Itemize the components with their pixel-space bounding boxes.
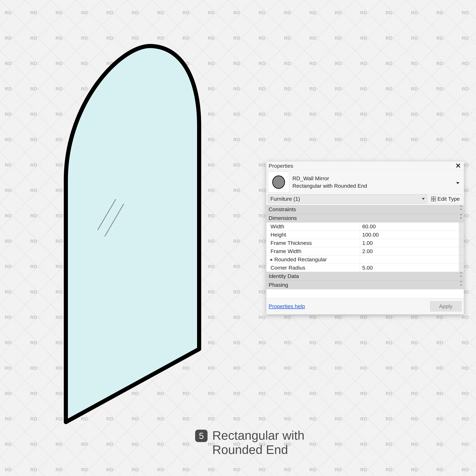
edit-type-button[interactable]: Edit Type xyxy=(429,194,462,204)
panel-spacer xyxy=(266,289,464,298)
caption-number-badge: 5 xyxy=(195,430,207,442)
svg-rect-9 xyxy=(431,199,433,201)
type-name: Rectangular with Rounded End xyxy=(292,183,367,189)
collapse-icon: ˇˇ xyxy=(460,206,461,213)
chevron-down-icon xyxy=(456,182,459,184)
group-phasing[interactable]: Phasing ˇˇ xyxy=(266,281,464,289)
svg-point-6 xyxy=(272,176,285,188)
group-dimensions[interactable]: Dimensions ˆˆ xyxy=(266,214,464,222)
category-select[interactable]: Furniture (1) xyxy=(268,194,427,204)
chevron-down-icon xyxy=(422,198,425,200)
panel-header[interactable]: Properties ✕ xyxy=(266,162,464,170)
caption: 5 Rectangular with Rounded End xyxy=(195,428,305,457)
param-rounded-rectangular[interactable]: Rounded Rectangular xyxy=(266,255,464,264)
group-constraints[interactable]: Constraints ˇˇ xyxy=(266,205,464,214)
properties-panel: Properties ✕ RD_Wall Mirror Rectangular … xyxy=(266,161,464,314)
group-identity-data[interactable]: Identity Data ˇˇ xyxy=(266,272,464,281)
collapse-icon: ˇˇ xyxy=(460,282,461,288)
param-frame-width[interactable]: Frame Width 2.00 xyxy=(266,247,464,255)
properties-help-link[interactable]: Properties help xyxy=(269,303,305,309)
param-width[interactable]: Width 60.00 xyxy=(266,222,464,231)
mirror-preview xyxy=(52,36,211,425)
panel-title: Properties xyxy=(269,163,293,169)
svg-rect-7 xyxy=(431,197,433,199)
caption-text: Rectangular with Rounded End xyxy=(212,428,305,457)
close-icon[interactable]: ✕ xyxy=(455,162,461,169)
svg-rect-8 xyxy=(434,197,436,199)
edit-type-icon xyxy=(431,197,436,201)
apply-button[interactable]: Apply xyxy=(430,301,461,311)
param-frame-thickness[interactable]: Frame Thickness 1.00 xyxy=(266,239,464,247)
collapse-icon: ˆˆ xyxy=(460,215,461,221)
svg-rect-10 xyxy=(434,199,436,201)
family-name: RD_Wall Mirror xyxy=(292,175,367,182)
edit-type-label: Edit Type xyxy=(438,196,460,202)
category-select-label: Furniture (1) xyxy=(270,196,300,202)
param-height[interactable]: Height 100.00 xyxy=(266,231,464,239)
collapse-icon: ˇˇ xyxy=(460,273,461,280)
type-thumbnail xyxy=(268,171,289,193)
param-corner-radius[interactable]: Corner Radius 5.00 xyxy=(266,264,464,272)
type-selector[interactable]: RD_Wall Mirror Rectangular with Rounded … xyxy=(266,170,464,194)
